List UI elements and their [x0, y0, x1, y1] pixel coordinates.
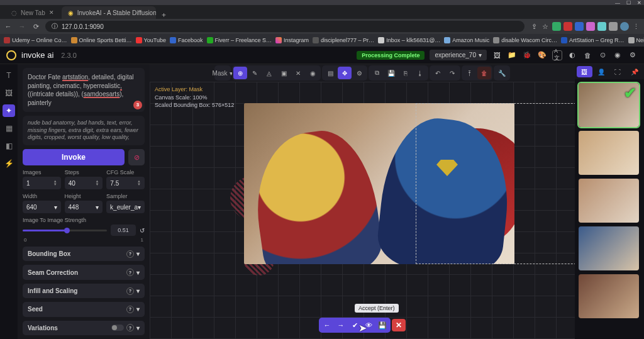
browser-tab[interactable]: ◉ InvokeAI - A Stable Diffusion T… ✕ — [62, 6, 156, 19]
bookmark[interactable]: Inbox – klk56831@… — [378, 37, 440, 43]
close-icon[interactable]: ✕ — [49, 9, 54, 16]
reload-icon[interactable]: ⟳ — [31, 22, 40, 31]
sampler-select[interactable]: k_euler_a▾ — [106, 201, 145, 213]
gallery-user-tab[interactable]: 👤 — [594, 66, 609, 77]
height-select[interactable]: 448▾ — [65, 201, 103, 213]
eraser-tool-icon[interactable]: ◬ — [262, 67, 276, 79]
move-tool-icon[interactable]: ⊕ — [233, 67, 247, 79]
next-icon[interactable]: → — [334, 319, 348, 331]
bookmark[interactable]: Facebook — [170, 37, 203, 43]
minimize-icon[interactable]: — — [615, 0, 620, 6]
help-icon[interactable]: ? — [126, 324, 134, 331]
translate-icon[interactable]: A文 — [552, 50, 562, 60]
discard-button[interactable]: ✕ — [392, 319, 406, 331]
help-icon[interactable]: ? — [126, 306, 134, 313]
bookmark[interactable]: Instagram — [275, 37, 309, 43]
site-info-icon[interactable]: ⓘ — [52, 22, 58, 31]
accordion-infill[interactable]: Infill and Scaling?▾ — [23, 284, 145, 298]
bookmark[interactable]: Neil Fontaine | CGS… — [628, 37, 644, 43]
extension-icon[interactable] — [552, 22, 561, 31]
cancel-button[interactable]: ⊘ — [128, 149, 145, 165]
invoke-button[interactable]: Invoke — [23, 149, 125, 165]
forward-icon[interactable]: → — [18, 22, 26, 31]
stepper-icon[interactable]: ▲▼ — [53, 180, 57, 186]
gallery-images-tab[interactable]: 🖼 — [577, 66, 592, 77]
redo-icon[interactable]: ↷ — [445, 67, 459, 79]
fill-tool-icon[interactable]: ▣ — [277, 67, 291, 79]
copy-icon[interactable]: ⎘ — [399, 67, 413, 79]
extension-icon[interactable] — [609, 22, 618, 31]
close-icon[interactable]: ✕ — [637, 0, 641, 6]
gallery-thumb[interactable]: ✔ — [579, 83, 639, 127]
color-picker-icon[interactable]: ◉ — [306, 67, 319, 79]
download-icon[interactable]: ⭳ — [413, 67, 427, 79]
snap-tool-icon[interactable]: ✥ — [338, 67, 352, 79]
accordion-bounding-box[interactable]: Bounding Box?▾ — [23, 247, 145, 261]
share-icon[interactable]: ⇪ — [530, 22, 538, 31]
back-icon[interactable]: ← — [4, 22, 13, 31]
bookmark[interactable]: Fiverr – Freelance S… — [207, 37, 272, 43]
trash-icon[interactable]: 🗑 — [477, 67, 491, 79]
gallery-thumb[interactable] — [579, 179, 639, 223]
bookmark[interactable]: Online Sports Betti… — [71, 37, 132, 43]
bookmark[interactable]: YouTube — [136, 37, 166, 43]
bookmark[interactable]: Udemy – Online Co… — [4, 37, 67, 43]
txt2img-tab-icon[interactable]: T — [3, 69, 15, 82]
canvas-viewport[interactable]: Active Layer: Mask Canvas Scale: 100% Sc… — [150, 82, 575, 339]
training-tab-icon[interactable]: ⚡ — [3, 157, 15, 170]
positive-prompt[interactable]: Doctor Fate artstation, detailed, digita… — [23, 68, 145, 112]
avatar[interactable] — [620, 22, 629, 31]
help-icon[interactable]: ? — [126, 269, 134, 276]
canvas-tab-icon[interactable]: ✦ — [3, 104, 15, 117]
address-bar[interactable]: ⓘ 127.0.0.1:9090 — [45, 21, 525, 32]
strength-slider[interactable] — [23, 230, 107, 231]
folder-icon[interactable]: 📁 — [507, 50, 517, 60]
image-icon[interactable]: 🖼 — [492, 50, 502, 60]
maximize-icon[interactable]: ☐ — [626, 0, 631, 6]
save-staged-icon[interactable]: 💾 — [375, 319, 389, 331]
gallery-thumb[interactable] — [579, 274, 639, 318]
undo-icon[interactable]: ↶ — [431, 67, 445, 79]
bookmark[interactable]: Amazon Music — [444, 37, 489, 43]
extension-icon[interactable] — [575, 22, 584, 31]
gallery-thumbs[interactable]: ✔ — [575, 79, 644, 339]
github-icon[interactable]: ⊙ — [597, 50, 608, 60]
extension-icon[interactable] — [586, 22, 595, 31]
width-select[interactable]: 640▾ — [23, 201, 61, 213]
accordion-seed[interactable]: Seed?▾ — [23, 302, 145, 316]
bug-icon[interactable]: 🐞 — [522, 50, 532, 60]
help-icon[interactable]: ? — [126, 287, 134, 295]
gallery-maintain-tab[interactable]: ⛶ — [610, 66, 626, 77]
negative-prompt[interactable]: nude bad anatomy, bad hands, text, error… — [23, 116, 145, 145]
model-select[interactable]: experience_70▾ — [430, 50, 487, 60]
wrench-icon[interactable]: 🔧 — [495, 67, 509, 79]
bookmark[interactable]: disciplenel777 – Pr… — [313, 37, 374, 43]
stepper-icon[interactable]: ▲▼ — [137, 180, 141, 186]
gear-icon[interactable]: ⚙ — [352, 67, 366, 79]
bbox-tool-icon[interactable]: ▤ — [323, 67, 337, 79]
settings-icon[interactable]: ⚙ — [628, 50, 638, 60]
nodes-tab-icon[interactable]: ▦ — [3, 122, 15, 135]
accordion-variations[interactable]: Variations?▾ — [23, 321, 145, 335]
stepper-icon[interactable]: ▲▼ — [95, 180, 99, 186]
gallery-thumb[interactable] — [579, 131, 639, 175]
postprocess-tab-icon[interactable]: ◧ — [3, 140, 15, 152]
gallery-thumb[interactable] — [579, 226, 639, 270]
save-icon[interactable]: 💾 — [384, 67, 398, 79]
img2img-tab-icon[interactable]: 🖼 — [3, 87, 15, 99]
accordion-seam[interactable]: Seam Correction?▾ — [23, 265, 145, 279]
new-tab-button[interactable]: ＋ — [160, 10, 169, 19]
extension-icon[interactable] — [564, 22, 572, 31]
generated-image[interactable] — [244, 103, 514, 264]
prev-icon[interactable]: ← — [320, 319, 334, 331]
extension-icon[interactable] — [597, 22, 606, 31]
images-input[interactable]: 1▲▼ — [23, 177, 61, 189]
palette-icon[interactable]: 🎨 — [537, 50, 547, 60]
merge-icon[interactable]: ⧉ — [370, 67, 384, 79]
bookmark[interactable]: ArtStation – Greg R… — [561, 37, 625, 43]
gallery-pin-tab[interactable]: 📌 — [627, 66, 643, 77]
bookmark-star-icon[interactable]: ☆ — [541, 22, 550, 31]
cfg-input[interactable]: 7.5▲▼ — [106, 177, 145, 189]
layer-select[interactable]: Mask▾ — [216, 67, 230, 79]
discord-icon[interactable]: ◉ — [613, 50, 623, 60]
